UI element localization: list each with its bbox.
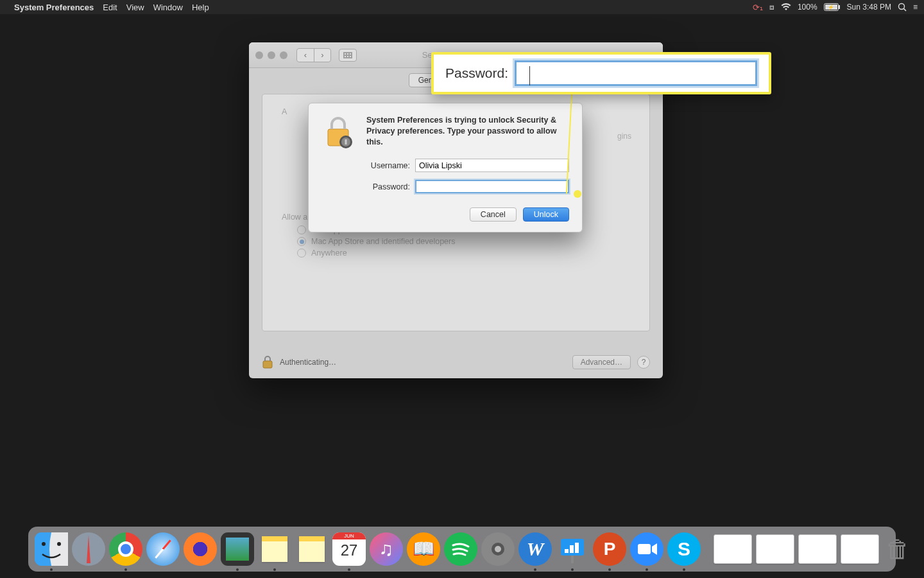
- svg-point-12: [42, 542, 46, 546]
- svg-point-4: [898, 4, 904, 10]
- text-cursor-icon: [529, 66, 530, 85]
- dock-app-itunes[interactable]: ♫: [370, 532, 403, 566]
- dock-minimized-window[interactable]: [841, 534, 879, 564]
- callout-password-input: [515, 60, 757, 86]
- dock-app-notes[interactable]: [258, 532, 291, 566]
- svg-rect-10: [345, 139, 347, 144]
- dock-app-safari[interactable]: [146, 532, 180, 566]
- svg-text:⚡: ⚡: [828, 4, 834, 10]
- dock-app-photos[interactable]: [221, 532, 254, 566]
- menu-edit[interactable]: Edit: [103, 3, 117, 12]
- dropbox-icon[interactable]: ⧈: [769, 3, 774, 12]
- unlock-button[interactable]: Unlock: [523, 207, 569, 222]
- svg-rect-18: [570, 545, 574, 553]
- password-label: Password:: [360, 182, 410, 191]
- dock-app-powerpoint[interactable]: P: [593, 532, 626, 566]
- svg-rect-20: [571, 556, 574, 563]
- svg-point-13: [57, 542, 61, 546]
- auth-message: System Preferences is trying to unlock S…: [366, 115, 569, 151]
- svg-rect-19: [575, 543, 579, 553]
- notification-center-icon[interactable]: ≡: [913, 3, 918, 12]
- auth-lock-icon: [321, 115, 357, 151]
- dock-app-finder[interactable]: [35, 532, 68, 566]
- svg-rect-17: [565, 549, 569, 553]
- menubar: System Preferences Edit View Window Help…: [0, 0, 924, 14]
- battery-icon[interactable]: ⚡: [824, 3, 841, 11]
- app-name[interactable]: System Preferences: [14, 3, 94, 12]
- callout-leader-dot: [574, 190, 581, 198]
- password-callout: Password:: [431, 52, 771, 94]
- dock-app-chrome[interactable]: [109, 532, 142, 566]
- dock-app-firefox[interactable]: [184, 532, 217, 566]
- dock: JUN27♫📖WPS🗑: [28, 527, 896, 572]
- dock-app-spotify[interactable]: [444, 532, 477, 566]
- dock-app-skype[interactable]: S: [667, 532, 701, 566]
- wifi-icon[interactable]: [781, 3, 791, 11]
- status-icons: ⟳₁ ⧈ 100% ⚡ Sun 3:48 PM ≡: [753, 3, 918, 12]
- spotlight-icon[interactable]: [898, 3, 907, 12]
- battery-percent: 100%: [798, 3, 817, 12]
- menu-help[interactable]: Help: [192, 3, 209, 12]
- dock-app-ibooks[interactable]: 📖: [407, 532, 440, 566]
- dock-app-word[interactable]: W: [518, 532, 552, 566]
- dock-minimized-window[interactable]: [714, 534, 752, 564]
- dock-app-system-preferences[interactable]: [481, 532, 515, 566]
- dock-app-calendar[interactable]: JUN27: [332, 532, 366, 566]
- dock-minimized-window[interactable]: [756, 534, 794, 564]
- trash-icon[interactable]: 🗑: [883, 532, 912, 566]
- auth-sheet: System Preferences is trying to unlock S…: [308, 103, 583, 232]
- username-field[interactable]: [415, 159, 569, 172]
- dock-app-stickies[interactable]: [295, 532, 329, 566]
- dock-app-launchpad[interactable]: [72, 532, 105, 566]
- dock-minimized-window[interactable]: [798, 534, 837, 564]
- username-label: Username:: [360, 161, 410, 170]
- callout-label: Password:: [445, 66, 508, 81]
- svg-rect-21: [638, 544, 651, 554]
- dock-app-zoom[interactable]: [630, 532, 663, 566]
- dock-app-keynote[interactable]: [556, 532, 589, 566]
- menu-view[interactable]: View: [126, 3, 144, 12]
- username-row: Username:: [360, 159, 569, 172]
- svg-line-5: [903, 9, 906, 12]
- updates-icon[interactable]: ⟳₁: [753, 3, 763, 12]
- svg-rect-2: [839, 5, 840, 9]
- password-field[interactable]: [415, 180, 569, 193]
- clock[interactable]: Sun 3:48 PM: [847, 3, 891, 12]
- svg-point-15: [495, 546, 501, 552]
- password-row: Password:: [360, 180, 569, 193]
- menu-window[interactable]: Window: [153, 3, 183, 12]
- cancel-button[interactable]: Cancel: [470, 207, 517, 222]
